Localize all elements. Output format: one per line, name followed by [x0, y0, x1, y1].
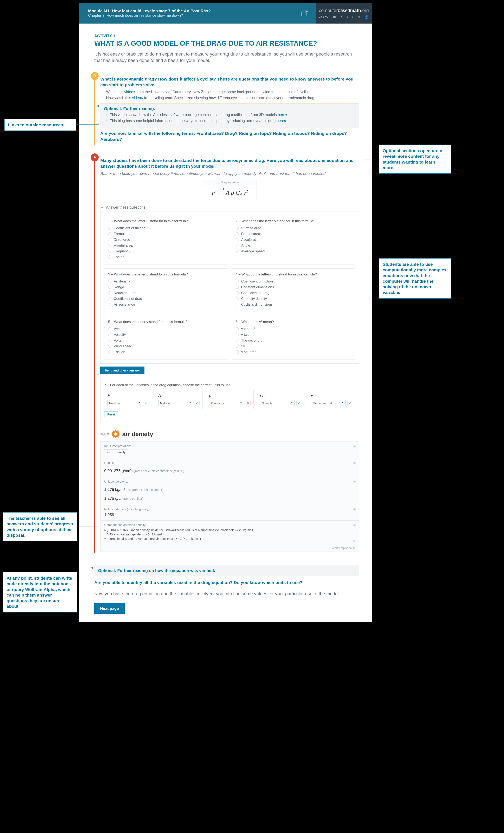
option-label: v times 2 [241, 327, 255, 331]
brand-logo[interactable]: computerbasedmath.org [319, 8, 369, 13]
radio-icon [108, 238, 111, 241]
radio-option[interactable]: 2v [236, 344, 352, 348]
option-label: Wind speed [114, 344, 132, 348]
share-icon[interactable] [293, 3, 316, 24]
expand-icon[interactable]: ⊕ [353, 444, 356, 448]
radio-option[interactable]: Coefficient of drag [108, 297, 224, 301]
first-page-icon[interactable]: « [340, 15, 342, 19]
gear-icon[interactable]: ⚙ [353, 539, 355, 543]
page: Module M1: How fast could I cycle stage … [79, 3, 372, 622]
next-page-icon[interactable]: › [352, 15, 353, 19]
expand-icon[interactable]: ⊕ [353, 523, 356, 527]
option-label: Range [114, 285, 124, 289]
radio-option[interactable]: Average speed [236, 249, 352, 253]
radio-icon [108, 297, 111, 300]
option-label: Formula [114, 232, 127, 236]
abstract-prompt: Many studies have been done to understan… [100, 158, 359, 169]
question-title: 4 – What do the letters c_d stand for in… [236, 272, 352, 277]
radio-option[interactable]: The second v [236, 338, 352, 342]
radio-icon [108, 280, 111, 283]
check-icon: ✓ [144, 401, 149, 406]
optional-box-verify[interactable]: Optional: Further reading on how the equ… [94, 565, 359, 576]
radio-option[interactable]: Wind speed [108, 344, 224, 348]
radio-option[interactable]: Capacity density [236, 297, 352, 301]
expand-icon[interactable]: ⊕ [353, 461, 356, 465]
radio-option[interactable]: Frontal area [108, 243, 224, 247]
user-icon[interactable]: 👤 [364, 15, 369, 19]
radio-option[interactable]: Air resistance [108, 303, 224, 307]
radio-icon [236, 244, 239, 247]
unit-select[interactable]: Newtons▼ [107, 400, 142, 406]
radio-option[interactable]: Formula [108, 232, 224, 236]
wolfram-panel: ⊕ Input interpretation: airdensity ⊕ Res… [100, 442, 359, 552]
home-icon[interactable]: ⌂ [358, 15, 360, 19]
unit-select[interactable]: Kilograms▼ [209, 400, 244, 406]
radio-option[interactable]: Velocity [108, 333, 224, 337]
question-card: 3 – What does the letter ρ stand for in … [104, 268, 228, 312]
radio-option[interactable]: Coefficient of friction [108, 226, 224, 230]
video-link-1[interactable]: video» [124, 90, 135, 94]
define-block: D What is aerodynamic drag? How does it … [94, 75, 359, 145]
radio-option[interactable]: Coefficient of friction [236, 279, 352, 284]
option-label: Cyclist's dimensions [241, 303, 273, 307]
unit-select[interactable]: No units▼ [260, 400, 295, 406]
arrow-icon: → [100, 205, 104, 210]
chapter-title: Chapter 3: How much does air resistance … [88, 14, 284, 18]
video-link-2[interactable]: video» [132, 96, 143, 100]
radio-icon [236, 351, 239, 354]
radio-option[interactable]: v squared [236, 350, 352, 354]
radio-option[interactable]: Range [108, 285, 224, 289]
option-label: Vector [114, 327, 124, 331]
radio-option[interactable]: Cyclist's dimensions [236, 303, 352, 307]
next-page-button[interactable]: Next page [94, 603, 125, 614]
abstract-note: Rather than build your own model every t… [100, 171, 359, 176]
radio-option[interactable]: Frequency [108, 249, 224, 253]
radio-option[interactable]: Volts [108, 338, 224, 342]
prev-page-icon[interactable]: ‹ [347, 15, 348, 19]
define-prompt: What is aerodynamic drag? How does it af… [100, 76, 359, 88]
question-title: 6 – What does v² mean? [236, 320, 352, 324]
gear-icon[interactable]: ⚙ [353, 546, 355, 550]
wa-relative-density: 1.058 [104, 513, 355, 517]
radio-icon [236, 303, 239, 306]
reset-button[interactable]: Reset [104, 411, 118, 417]
wolfram-alpha-icon[interactable]: ✶ [111, 429, 120, 438]
unit-select[interactable]: Metres²▼ [158, 400, 193, 406]
option-label: Angle [241, 243, 250, 247]
radio-option[interactable]: v two [236, 333, 352, 337]
arrow-icon: → [104, 113, 108, 117]
callout-links: Links to outside resources. [4, 119, 76, 131]
question-title: 5 – What does the letter v stand for in … [108, 320, 224, 324]
radio-option[interactable]: Factor [108, 255, 224, 259]
wa-header-unit: Unit conversions: [104, 480, 355, 483]
bullet-icon [97, 105, 99, 107]
option-label: Coefficient of drag [114, 297, 142, 301]
thumbnails-icon[interactable]: ▦ [333, 15, 336, 19]
radio-option[interactable]: v times 2 [236, 327, 352, 331]
send-check-button[interactable]: Send and check answer [100, 366, 145, 374]
radio-option[interactable]: Constant dimensions [236, 285, 352, 289]
unit-select[interactable]: Metres/second▼ [311, 400, 346, 406]
radio-option[interactable]: Frontal area [236, 232, 352, 236]
abstract-block: A Many studies have been done to underst… [94, 157, 359, 553]
radio-option[interactable]: Reaction force [108, 291, 224, 295]
radio-option[interactable]: Acceleration [236, 238, 352, 242]
define-badge: D [91, 72, 99, 80]
radio-option[interactable]: Angle [236, 243, 352, 247]
expand-icon[interactable]: ⊕ [353, 507, 356, 511]
radio-option[interactable]: Air density [108, 279, 224, 284]
radio-option[interactable]: Friction [108, 350, 224, 354]
radio-option[interactable]: Vector [108, 327, 224, 331]
optional-box[interactable]: Optional: Further reading. → This video … [100, 103, 359, 127]
question-grid: 1 – What does the letter F stand for in … [100, 211, 359, 364]
radio-option[interactable]: Drag force [108, 238, 224, 242]
radio-icon [108, 339, 111, 342]
callout-teacher: The teacher is able to see all answers a… [3, 512, 77, 541]
input-label: In[4]:= [100, 432, 109, 436]
expand-icon[interactable]: ⊕ [353, 480, 356, 484]
option-label: Constant dimensions [241, 285, 274, 289]
here-link-2[interactable]: here» [277, 119, 286, 123]
radio-option[interactable]: Coefficient of drag [236, 291, 352, 295]
here-link-1[interactable]: here» [278, 113, 287, 117]
radio-option[interactable]: Surface area [236, 226, 352, 230]
